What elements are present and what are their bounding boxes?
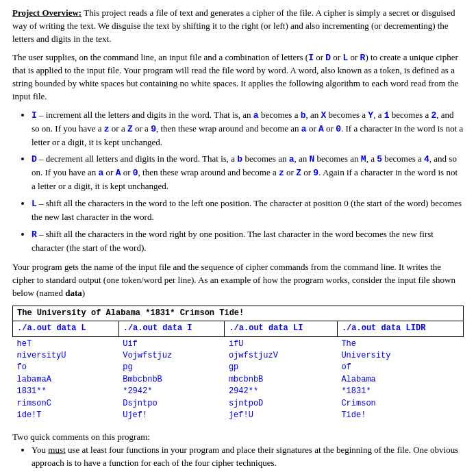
data-cell-0-6: ide!T bbox=[13, 410, 119, 424]
bullet-key-I: I bbox=[32, 110, 37, 121]
data-cell-0-1: niversityU bbox=[13, 350, 119, 362]
data-cell-1-3: BmbcbnbB bbox=[118, 374, 225, 386]
comments-section: Two quick comments on this program: You … bbox=[12, 431, 464, 472]
table-data-row-2: fo pg gp of bbox=[13, 362, 464, 373]
data-cell-2-2: gp bbox=[225, 362, 338, 373]
bullet-I-text: – increment all the letters and digits i… bbox=[32, 110, 463, 147]
table-header-cell: The University of Alabama *1831* Crimson… bbox=[13, 306, 464, 321]
table-data-row-0: heT Uif ifU The bbox=[13, 338, 464, 350]
comments-bullets: You must use at least four functions in … bbox=[32, 444, 464, 472]
table-data-row-1: niversityU Vojwfstjuz ojwfstjuzV Univers… bbox=[13, 350, 464, 362]
data-cell-1-4: *2942* bbox=[118, 386, 225, 397]
bullet-key-D: D bbox=[32, 154, 37, 164]
inline-code-D: D bbox=[325, 53, 331, 63]
table-data-row-5: rimsonC Dsjntpo sjntpoD Crimson bbox=[13, 398, 464, 410]
table-header-row: The University of Alabama *1831* Crimson… bbox=[13, 306, 464, 321]
data-cell-3-2: of bbox=[337, 362, 463, 373]
table-data-row-4: 1831** *2942* 2942** *1831* bbox=[13, 386, 464, 397]
data-cell-3-4: *1831* bbox=[337, 386, 463, 397]
cmd-cell-2: ./a.out data LI bbox=[225, 321, 338, 336]
user-paragraph: The user supplies, on the command line, … bbox=[12, 51, 464, 103]
data-cell-2-3: mbcbnbB bbox=[225, 374, 338, 386]
bullet-D: D – decrement all letters and digits in … bbox=[32, 153, 464, 193]
inline-code-I: I bbox=[308, 53, 314, 63]
prog-paragraph: Your program gets the name of the input … bbox=[12, 261, 464, 300]
bullet-L: L – shift all the characters in the word… bbox=[32, 197, 464, 224]
bullet-D-text: – decrement all letters and digits in th… bbox=[32, 153, 458, 191]
bullet-key-R: R bbox=[32, 229, 37, 240]
table-command-row: ./a.out data L ./a.out data I ./a.out da… bbox=[13, 321, 464, 336]
data-cell-2-1: ojwfstjuzV bbox=[225, 350, 338, 362]
comment-bullet-0: You must use at least four functions in … bbox=[32, 444, 464, 470]
table-data-row-6: ide!T Ujef! jef!U Tide! bbox=[13, 410, 464, 424]
data-cell-0-0: heT bbox=[13, 338, 119, 350]
comments-intro: Two quick comments on this program: bbox=[12, 431, 464, 444]
data-cell-1-1: Vojwfstjuz bbox=[118, 350, 225, 362]
data-cell-1-0: Uif bbox=[118, 338, 225, 350]
cipher-table: The University of Alabama *1831* Crimson… bbox=[12, 306, 464, 425]
cmd-cell-1: ./a.out data I bbox=[118, 321, 225, 336]
data-cell-2-5: sjntpoD bbox=[225, 398, 338, 410]
data-cell-0-3: labamaA bbox=[13, 374, 119, 386]
data-cell-0-4: 1831** bbox=[13, 386, 119, 397]
data-cell-3-3: Alabama bbox=[337, 374, 463, 386]
data-cell-2-4: 2942** bbox=[225, 386, 338, 397]
inline-code-L: L bbox=[342, 53, 348, 63]
bullet-R-text: – shift all the characters in the word r… bbox=[32, 229, 434, 253]
data-filename: data bbox=[65, 288, 82, 298]
data-cell-3-5: Crimson bbox=[337, 398, 463, 410]
cipher-bullets: I – increment all the letters and digits… bbox=[32, 109, 464, 254]
project-overview-label: Project Overview: bbox=[12, 8, 82, 18]
bullet-L-text: – shift all the characters in the word t… bbox=[32, 198, 462, 222]
data-cell-0-5: rimsonC bbox=[13, 398, 119, 410]
bullet-R: R – shift all the characters in the word… bbox=[32, 228, 464, 255]
bullet-I: I – increment all the letters and digits… bbox=[32, 109, 464, 149]
must-underline-0: must bbox=[48, 445, 65, 455]
data-cell-1-6: Ujef! bbox=[118, 410, 225, 424]
data-cell-0-2: fo bbox=[13, 362, 119, 373]
data-cell-3-0: The bbox=[337, 338, 463, 350]
data-cell-3-6: Tide! bbox=[337, 410, 463, 424]
data-cell-1-5: Dsjntpo bbox=[118, 398, 225, 410]
project-overview-section: Project Overview: This project reads a f… bbox=[12, 7, 464, 46]
data-cell-1-2: pg bbox=[118, 362, 225, 373]
data-cell-3-1: University bbox=[337, 350, 463, 362]
cmd-cell-0: ./a.out data L bbox=[13, 321, 119, 336]
cmd-cell-3: ./a.out data LIDR bbox=[337, 321, 463, 336]
bullet-key-L: L bbox=[32, 199, 37, 209]
data-cell-2-6: jef!U bbox=[225, 410, 338, 424]
inline-code-R: R bbox=[360, 53, 366, 63]
data-cell-2-0: ifU bbox=[225, 338, 338, 350]
table-data-row-3: labamaA BmbcbnbB mbcbnbB Alabama bbox=[13, 374, 464, 386]
